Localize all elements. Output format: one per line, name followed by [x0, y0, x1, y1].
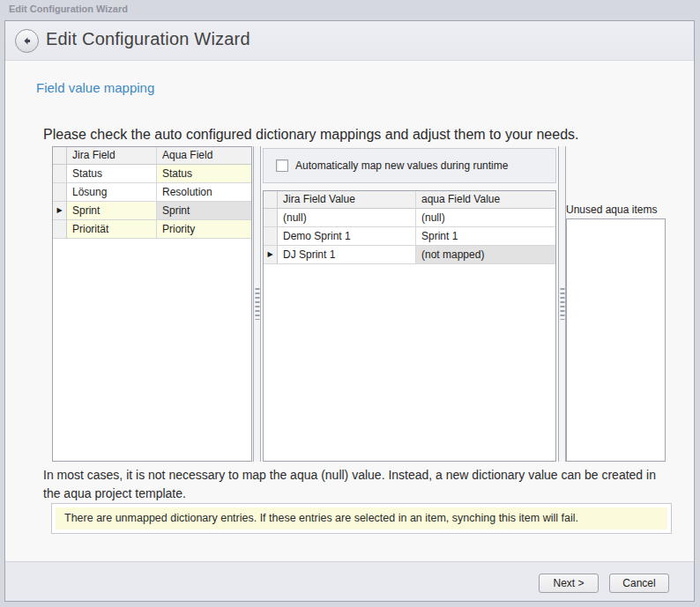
row-selector[interactable]	[264, 227, 278, 246]
column-header-jira-field[interactable]: Jira Field	[67, 147, 157, 165]
cell-jira-value[interactable]: DJ Sprint 1	[278, 246, 416, 264]
cell-jira-field[interactable]: Priorität	[67, 220, 157, 239]
row-selector-header	[53, 147, 67, 165]
wizard-header: Edit Configuration Wizard	[5, 21, 694, 61]
back-arrow-icon	[21, 35, 33, 47]
table-row[interactable]: Lösung Resolution	[53, 183, 251, 202]
page-title: Edit Configuration Wizard	[46, 29, 250, 49]
splitter-handle-left[interactable]	[253, 146, 261, 462]
unused-aqua-items-list[interactable]	[566, 218, 666, 462]
warning-panel: There are unmapped dictionary entries. I…	[51, 503, 672, 534]
cell-aqua-field[interactable]: Status	[157, 165, 251, 183]
warning-text: There are unmapped dictionary entries. I…	[56, 507, 667, 529]
footer-bar: Next > Cancel	[5, 561, 694, 601]
runtime-mapping-panel: Automatically map new values during runt…	[263, 148, 556, 183]
splitter-grip-icon	[255, 288, 259, 320]
splitter-grip-icon	[560, 288, 564, 320]
table-row-current[interactable]: ▶ DJ Sprint 1 (not mapped)	[264, 246, 555, 264]
auto-map-checkbox-label[interactable]: Automatically map new values during runt…	[295, 159, 508, 172]
cell-aqua-field[interactable]: Priority	[157, 220, 251, 239]
cell-jira-value[interactable]: (null)	[278, 209, 416, 227]
window-caption: Edit Configuration Wizard	[9, 4, 128, 14]
cancel-button[interactable]: Cancel	[609, 574, 669, 593]
instruction-text: Please check the auto configured diction…	[43, 127, 578, 143]
table-row[interactable]: Status Status	[53, 165, 251, 183]
value-table-header: Jira Field Value aqua Field Value	[264, 191, 555, 209]
cell-aqua-field[interactable]: Resolution	[157, 183, 251, 202]
table-row[interactable]: (null) (null)	[264, 209, 555, 227]
current-row-arrow-icon[interactable]: ▶	[264, 246, 278, 264]
cell-aqua-field-selected[interactable]: Sprint	[157, 202, 251, 220]
note-text: In most cases, it is not necessary to ma…	[43, 466, 660, 503]
field-table-header: Jira Field Aqua Field	[53, 147, 251, 165]
section-title: Field value mapping	[36, 80, 154, 95]
column-header-jira-field-value[interactable]: Jira Field Value	[278, 191, 416, 209]
cell-aqua-value[interactable]: (null)	[416, 209, 555, 227]
row-selector-header	[264, 191, 278, 209]
cell-jira-field[interactable]: Status	[67, 165, 157, 183]
cell-aqua-value-selected[interactable]: (not mapped)	[416, 246, 555, 264]
cell-aqua-value[interactable]: Sprint 1	[416, 227, 555, 246]
value-mapping-table[interactable]: Jira Field Value aqua Field Value (null)…	[263, 190, 556, 462]
table-row[interactable]: Priorität Priority	[53, 220, 251, 239]
cell-jira-field[interactable]: Lösung	[67, 183, 157, 202]
row-selector[interactable]	[53, 220, 67, 239]
cell-jira-value[interactable]: Demo Sprint 1	[278, 227, 416, 246]
row-selector[interactable]	[53, 183, 67, 202]
current-row-arrow-icon[interactable]: ▶	[53, 202, 67, 220]
wizard-dialog: Edit Configuration Wizard Field value ma…	[4, 20, 695, 602]
row-selector[interactable]	[264, 209, 278, 227]
unused-aqua-items-label: Unused aqua items	[566, 204, 657, 216]
back-button[interactable]	[15, 29, 39, 53]
cell-jira-field[interactable]: Sprint	[67, 202, 157, 220]
next-button[interactable]: Next >	[539, 574, 599, 593]
column-header-aqua-field[interactable]: Aqua Field	[157, 147, 251, 165]
table-row-current[interactable]: ▶ Sprint Sprint	[53, 202, 251, 220]
column-header-aqua-field-value[interactable]: aqua Field Value	[416, 191, 555, 209]
auto-map-checkbox[interactable]	[276, 159, 288, 172]
row-selector[interactable]	[53, 165, 67, 183]
splitter-handle-right[interactable]	[558, 146, 566, 462]
field-mapping-table[interactable]: Jira Field Aqua Field Status Status Lösu…	[52, 146, 252, 462]
table-row[interactable]: Demo Sprint 1 Sprint 1	[264, 227, 555, 246]
